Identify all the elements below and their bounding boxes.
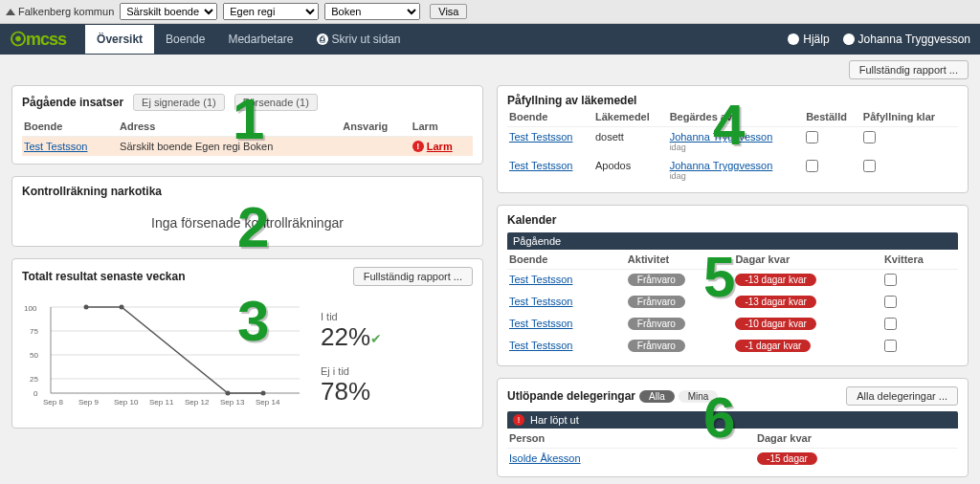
activity-pill: Frånvaro	[628, 340, 685, 352]
alarm-icon: !	[412, 141, 424, 152]
boende-link[interactable]: Test Testsson	[509, 296, 572, 307]
tab-oversikt[interactable]: Översikt	[85, 25, 154, 54]
svg-text:0: 0	[33, 389, 38, 398]
col-adress: Adress	[118, 117, 341, 137]
tab-mina[interactable]: Mina	[679, 390, 719, 403]
kvittera-checkbox[interactable]	[884, 318, 897, 330]
kvittera-checkbox[interactable]	[884, 340, 897, 352]
table-row: Isolde Åkesson -15 dagar	[507, 449, 958, 470]
svg-point-11	[84, 305, 89, 310]
tab-alla[interactable]: Alla	[639, 390, 675, 403]
cell-med: Apodos	[593, 156, 668, 185]
user-menu[interactable]: ◉Johanna Tryggvesson	[843, 33, 970, 46]
section-header-pagaende: Pågående	[507, 232, 958, 250]
visa-button[interactable]: Visa	[430, 4, 467, 19]
boende-link[interactable]: Test Testsson	[509, 274, 572, 285]
alla-delegeringar-button[interactable]: Alla delegeringar ...	[846, 386, 958, 406]
kvittera-checkbox[interactable]	[884, 274, 897, 286]
table-row: Test Testsson Särskilt boende Egen regi …	[22, 137, 473, 157]
svg-point-13	[226, 391, 231, 396]
requested-by-link[interactable]: Johanna Tryggvesson	[670, 160, 773, 171]
days-left-pill: -13 dagar kvar	[735, 274, 815, 286]
col-boende: Boende	[22, 117, 118, 137]
check-icon: ✔	[370, 331, 382, 346]
cell-sub: idag	[670, 143, 803, 152]
requested-by-link[interactable]: Johanna Tryggvesson	[670, 131, 773, 143]
full-report-button-top[interactable]: Fullständig rapport ...	[849, 60, 969, 79]
svg-text:Sep 14: Sep 14	[256, 398, 280, 407]
boende-link[interactable]: Test Testsson	[509, 160, 572, 171]
svg-text:25: 25	[30, 375, 38, 384]
full-report-button[interactable]: Fullständig rapport ...	[353, 267, 473, 286]
home-icon	[6, 9, 15, 15]
table-row: Test Testsson dosett Johanna Tryggvesson…	[507, 127, 958, 157]
col-person: Person	[507, 429, 755, 449]
table-row: Test Testsson Frånvaro -10 dagar kvar	[507, 314, 958, 336]
svg-text:50: 50	[30, 351, 38, 360]
section-header-expired: !Har löpt ut	[507, 411, 958, 429]
table-row: Test Testsson Frånvaro -13 dagar kvar	[507, 292, 958, 314]
bestalld-checkbox[interactable]	[806, 160, 818, 172]
panel-pagaende-insatser: 1 Pågående insatser Ej signerade (1) För…	[11, 85, 483, 165]
col-kvittera: Kvittera	[882, 250, 958, 270]
table-row: Test Testsson Frånvaro -1 dagar kvar	[507, 336, 958, 358]
col-bestalld: Beställd	[804, 107, 861, 127]
table-row: Test Testsson Frånvaro -13 dagar kvar	[507, 270, 958, 293]
activity-pill: Frånvaro	[628, 274, 685, 286]
pafyllning-checkbox[interactable]	[863, 160, 876, 172]
panel-totalt-resultat: 3 Totalt resultat senaste veckan Fullstä…	[11, 258, 483, 429]
user-icon: ◉	[843, 33, 855, 45]
boende-link[interactable]: Test Testsson	[24, 141, 87, 152]
tab-boende[interactable]: Boende	[154, 25, 216, 54]
svg-text:Sep 9: Sep 9	[78, 398, 99, 407]
days-left-pill: -15 dagar	[757, 452, 817, 465]
panel-kontrollrakning: 2 Kontrollräkning narkotika Inga försena…	[11, 176, 483, 247]
kvittera-checkbox[interactable]	[884, 296, 897, 308]
tab-skriv-ut[interactable]: ⎙Skriv ut sidan	[305, 25, 412, 54]
breadcrumb: Falkenberg kommun	[6, 6, 114, 17]
help-link[interactable]: ?Hjälp	[788, 33, 829, 46]
bestalld-checkbox[interactable]	[806, 131, 818, 143]
col-larm: Larm	[411, 117, 473, 137]
col-lakemedel: Läkemedel	[593, 107, 668, 127]
boende-link[interactable]: Test Testsson	[509, 131, 572, 143]
svg-point-14	[261, 391, 266, 396]
result-chart: 100 75 50 25 0 Sep 8 Sep 9 Sep 10 Sep 11…	[22, 297, 309, 412]
svg-text:Sep 10: Sep 10	[114, 398, 139, 407]
boende-link[interactable]: Test Testsson	[509, 318, 572, 329]
tab-medarbetare[interactable]: Medarbetare	[216, 25, 304, 54]
col-ansvarig: Ansvarig	[341, 117, 411, 137]
panel-title: Pågående insatser	[22, 96, 123, 109]
panel-title: Påfyllning av läkemedel	[507, 94, 958, 107]
pafyllning-checkbox[interactable]	[863, 131, 876, 143]
filter-bar: Falkenberg kommun Särskilt boende Egen r…	[0, 0, 980, 24]
boende-link[interactable]: Test Testsson	[509, 340, 572, 351]
print-icon: ⎙	[317, 33, 328, 45]
cell-med: dosett	[593, 127, 668, 157]
person-link[interactable]: Isolde Åkesson	[509, 452, 581, 464]
col-aktivitet: Aktivitet	[626, 250, 734, 270]
larm-link[interactable]: !Larm	[412, 141, 471, 152]
stat-label-ejitid: Ej i tid	[321, 365, 473, 377]
panel-title: Kontrollräkning narkotika	[22, 185, 473, 198]
filter-select-2[interactable]: Egen regi	[223, 3, 319, 20]
activity-pill: Frånvaro	[628, 296, 685, 308]
col-dagar: Dagar kvar	[755, 429, 958, 449]
stat-value-itid: 22%✔	[321, 322, 473, 352]
help-icon: ?	[788, 33, 799, 45]
svg-text:100: 100	[24, 304, 37, 313]
activity-pill: Frånvaro	[628, 318, 685, 330]
days-left-pill: -13 dagar kvar	[735, 296, 815, 308]
filter-ej-signerade[interactable]: Ej signerade (1)	[133, 94, 225, 111]
filter-forsenade[interactable]: Försenade (1)	[234, 94, 318, 111]
empty-message: Inga försenade kontrollräkningar	[22, 198, 473, 238]
cell-adress: Särskilt boende Egen regi Boken	[118, 137, 341, 157]
filter-select-3[interactable]: Boken	[324, 3, 420, 20]
svg-point-12	[120, 305, 124, 310]
panel-title: Kalender	[507, 213, 958, 227]
svg-text:Sep 8: Sep 8	[43, 398, 63, 407]
col-begardes: Begärdes av	[668, 107, 805, 127]
cell-sub: idag	[670, 171, 803, 181]
days-left-pill: -10 dagar kvar	[735, 318, 815, 330]
filter-select-1[interactable]: Särskilt boende	[120, 3, 217, 20]
